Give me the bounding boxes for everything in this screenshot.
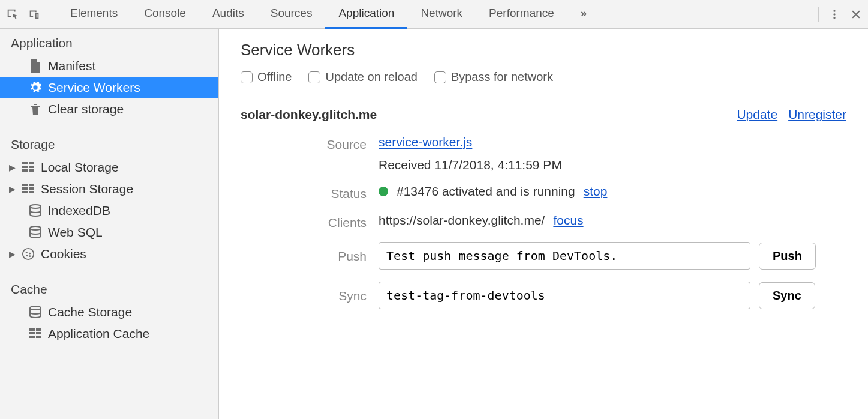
- svg-point-5: [23, 249, 34, 259]
- sidebar-section-application: Application: [0, 29, 218, 55]
- sidebar-item-indexeddb[interactable]: IndexedDB: [0, 200, 218, 222]
- sidebar-item-session-storage[interactable]: ▶ Session Storage: [0, 178, 218, 200]
- database-icon: [29, 226, 42, 239]
- svg-point-7: [29, 253, 31, 255]
- options-row: Offline Update on reload Bypass for netw…: [241, 70, 846, 95]
- source-file-link[interactable]: service-worker.js: [379, 135, 846, 149]
- sidebar-section-storage: Storage: [0, 130, 218, 157]
- tab-performance[interactable]: Performance: [476, 0, 567, 29]
- source-received: Received 11/7/2018, 4:11:59 PM: [379, 158, 846, 172]
- focus-link[interactable]: focus: [553, 213, 583, 228]
- checkbox-icon[interactable]: [308, 71, 320, 83]
- database-icon: [29, 204, 42, 217]
- update-on-reload-option[interactable]: Update on reload: [308, 70, 417, 84]
- svg-point-4: [30, 226, 41, 230]
- cookie-icon: [22, 247, 35, 261]
- sidebar-item-application-cache[interactable]: Application Cache: [0, 323, 218, 345]
- grid-icon: [22, 161, 35, 174]
- tab-elements[interactable]: Elements: [57, 0, 131, 29]
- gear-icon: [29, 81, 42, 94]
- sidebar-item-cache-storage[interactable]: Cache Storage: [0, 301, 218, 323]
- sync-input[interactable]: [379, 282, 750, 309]
- application-sidebar: Application Manifest Service Workers Cle…: [0, 29, 219, 419]
- bypass-option[interactable]: Bypass for network: [434, 70, 553, 84]
- svg-point-9: [29, 255, 31, 257]
- menu-icon[interactable]: [828, 8, 840, 20]
- svg-point-3: [30, 205, 41, 208]
- sidebar-section-cache: Cache: [0, 275, 218, 301]
- sw-origin: solar-donkey.glitch.me: [241, 107, 377, 122]
- sidebar-item-service-workers[interactable]: Service Workers: [0, 77, 218, 98]
- push-label: Push: [241, 242, 379, 264]
- offline-option[interactable]: Offline: [241, 70, 292, 84]
- push-input[interactable]: [379, 242, 750, 270]
- close-icon[interactable]: [850, 8, 862, 20]
- stop-link[interactable]: stop: [584, 184, 608, 199]
- tab-console[interactable]: Console: [131, 0, 199, 29]
- tab-network[interactable]: Network: [407, 0, 476, 29]
- status-dot-icon: [379, 187, 388, 196]
- svg-point-2: [833, 17, 835, 19]
- trash-icon: [29, 103, 42, 116]
- toolbar-separator: [818, 7, 819, 22]
- sidebar-item-cookies[interactable]: ▶ Cookies: [0, 243, 218, 265]
- push-button[interactable]: Push: [759, 243, 816, 270]
- tab-application[interactable]: Application: [325, 0, 407, 29]
- svg-point-10: [30, 306, 41, 310]
- toolbar-separator: [53, 7, 53, 22]
- status-text: #13476 activated and is running: [397, 184, 575, 199]
- unregister-link[interactable]: Unregister: [788, 107, 846, 122]
- sidebar-item-label: Clear storage: [48, 102, 124, 116]
- update-on-reload-label: Update on reload: [325, 70, 417, 84]
- sidebar-item-label: IndexedDB: [48, 203, 110, 218]
- chevron-right-icon: ▶: [8, 249, 16, 259]
- panel-heading: Service Workers: [241, 41, 846, 59]
- service-workers-panel: Service Workers Offline Update on reload…: [219, 29, 868, 419]
- sidebar-item-label: Session Storage: [41, 182, 133, 196]
- sidebar-item-label: Cookies: [41, 247, 86, 261]
- sync-label: Sync: [241, 282, 379, 303]
- sidebar-item-label: Web SQL: [48, 225, 103, 240]
- svg-point-1: [833, 13, 835, 15]
- sidebar-item-label: Cache Storage: [48, 305, 132, 319]
- sidebar-item-label: Manifest: [48, 59, 95, 73]
- checkbox-icon[interactable]: [241, 71, 253, 83]
- grid-icon: [29, 327, 42, 340]
- status-label: Status: [241, 184, 379, 201]
- svg-point-8: [26, 255, 28, 256]
- device-toggle-icon[interactable]: [28, 8, 41, 21]
- checkbox-icon[interactable]: [434, 71, 446, 83]
- source-label: Source: [241, 135, 379, 152]
- offline-label: Offline: [257, 70, 292, 84]
- sync-button[interactable]: Sync: [759, 282, 815, 309]
- bypass-label: Bypass for network: [451, 70, 553, 84]
- update-link[interactable]: Update: [737, 107, 777, 122]
- clients-label: Clients: [241, 213, 379, 230]
- sidebar-item-label: Local Storage: [41, 160, 119, 175]
- sidebar-item-local-storage[interactable]: ▶ Local Storage: [0, 157, 218, 178]
- tabs-overflow-icon[interactable]: »: [567, 0, 600, 29]
- sidebar-item-label: Application Cache: [48, 327, 149, 341]
- svg-point-0: [833, 10, 835, 11]
- sidebar-item-websql[interactable]: Web SQL: [0, 222, 218, 243]
- devtools-toolbar: Elements Console Audits Sources Applicat…: [0, 0, 868, 29]
- client-url: https://solar-donkey.glitch.me/: [379, 213, 545, 228]
- inspect-icon[interactable]: [6, 8, 19, 21]
- sidebar-item-label: Service Workers: [48, 80, 140, 95]
- sidebar-item-clear-storage[interactable]: Clear storage: [0, 98, 218, 120]
- sidebar-item-manifest[interactable]: Manifest: [0, 55, 218, 77]
- database-icon: [29, 306, 42, 319]
- chevron-right-icon: ▶: [8, 163, 16, 172]
- chevron-right-icon: ▶: [8, 184, 16, 194]
- devtools-tabs: Elements Console Audits Sources Applicat…: [57, 0, 815, 29]
- tab-audits[interactable]: Audits: [199, 0, 257, 29]
- svg-point-6: [26, 252, 28, 253]
- grid-icon: [22, 182, 35, 196]
- tab-sources[interactable]: Sources: [257, 0, 326, 29]
- document-icon: [29, 59, 42, 73]
